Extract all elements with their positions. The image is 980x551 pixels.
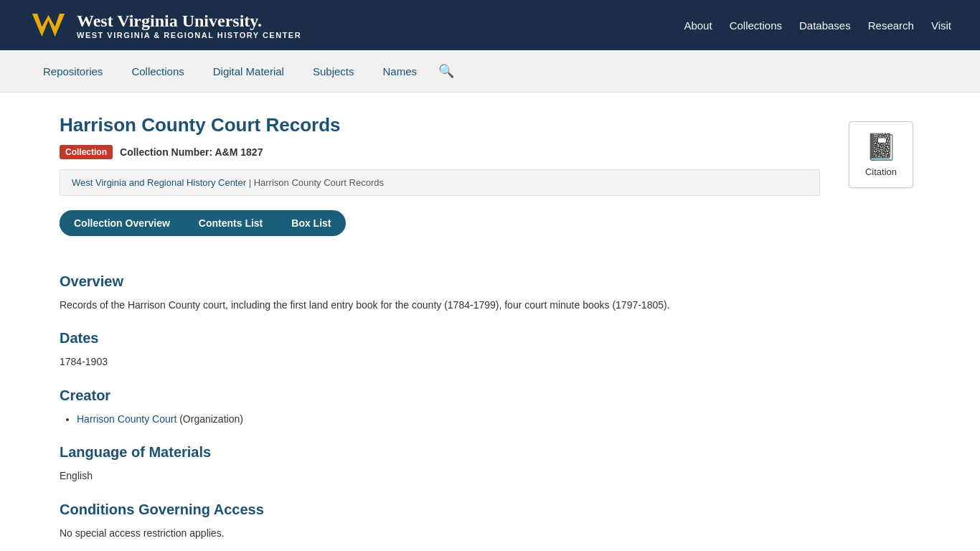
nav-databases[interactable]: Databases <box>799 19 851 32</box>
logo-text-block: West Virginia University. WEST VIRGINIA … <box>77 11 301 39</box>
nav-names[interactable]: Names <box>369 52 432 90</box>
nav-collections[interactable]: Collections <box>730 19 782 32</box>
nav-visit[interactable]: Visit <box>931 19 951 32</box>
breadcrumb-parent-link[interactable]: West Virginia and Regional History Cente… <box>72 177 246 188</box>
section-content-dates: 1784-1903 <box>60 354 820 369</box>
collection-badge-row: Collection Collection Number: A&M 1827 <box>60 145 820 159</box>
section-content-language: English <box>60 468 820 484</box>
content-area: Harrison County Court Records Collection… <box>60 114 820 551</box>
center-name: WEST VIRGINIA & REGIONAL HISTORY CENTER <box>77 31 301 39</box>
collection-badge: Collection <box>60 145 113 159</box>
section-title-access: Conditions Governing Access <box>60 501 820 518</box>
nav-subjects[interactable]: Subjects <box>298 52 369 90</box>
section-content-overview: Records of the Harrison County court, in… <box>60 297 820 313</box>
citation-book-icon: 📓 <box>865 132 897 162</box>
nav-about[interactable]: About <box>684 19 712 32</box>
section-title-dates: Dates <box>60 330 820 347</box>
section-content-access: No special access restriction applies. <box>60 525 820 541</box>
tab-collection-overview[interactable]: Collection Overview <box>60 210 184 236</box>
section-title-overview: Overview <box>60 273 820 290</box>
creator-suffix: (Organization) <box>176 413 243 425</box>
list-item: Harrison County Court (Organization) <box>77 411 820 427</box>
nav-digital-material[interactable]: Digital Material <box>199 52 298 90</box>
main-content: Harrison County Court Records Collection… <box>31 93 949 551</box>
top-nav: About Collections Databases Research Vis… <box>684 19 951 32</box>
section-content-creator: Harrison County Court (Organization) <box>60 411 820 427</box>
top-bar: West Virginia University. WEST VIRGINIA … <box>0 0 980 50</box>
citation-label: Citation <box>865 166 897 177</box>
section-title-language: Language of Materials <box>60 444 820 461</box>
page-title: Harrison County Court Records <box>60 114 820 136</box>
nav-research[interactable]: Research <box>868 19 914 32</box>
logo-area: West Virginia University. WEST VIRGINIA … <box>29 7 301 43</box>
secondary-nav: Repositories Collections Digital Materia… <box>0 50 980 93</box>
svg-marker-0 <box>32 14 65 37</box>
wvu-logo <box>29 7 68 43</box>
tab-box-list[interactable]: Box List <box>277 210 345 236</box>
nav-repositories[interactable]: Repositories <box>29 52 117 90</box>
university-name: West Virginia University. <box>77 11 301 31</box>
breadcrumb: West Virginia and Regional History Cente… <box>60 169 820 196</box>
search-button[interactable]: 🔍 <box>431 50 461 92</box>
breadcrumb-separator: | <box>249 177 254 188</box>
collection-number: Collection Number: A&M 1827 <box>120 146 263 158</box>
search-icon: 🔍 <box>438 64 454 78</box>
tab-bar: Collection Overview Contents List Box Li… <box>60 210 346 236</box>
section-title-creator: Creator <box>60 387 820 404</box>
nav-collections-secondary[interactable]: Collections <box>117 52 198 90</box>
tab-contents-list[interactable]: Contents List <box>184 210 277 236</box>
sidebar-right: 📓 Citation <box>849 114 920 551</box>
citation-button[interactable]: 📓 Citation <box>849 121 913 188</box>
creator-link[interactable]: Harrison County Court <box>77 413 176 425</box>
breadcrumb-current: Harrison County Court Records <box>254 177 384 188</box>
collection-number-label: Collection Number: A&M 1827 <box>120 146 263 158</box>
